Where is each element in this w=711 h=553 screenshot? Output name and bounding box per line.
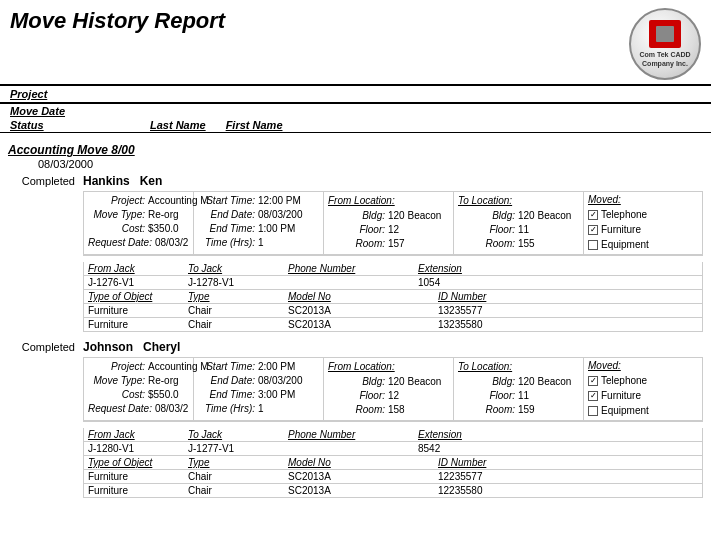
project-info-1: Project:Accounting M Move Type:Re-org Co… [84, 192, 194, 254]
object-row-1-1: Furniture Chair SC2013A 13235577 [83, 304, 703, 318]
logo-text: Com Tek CADD Company Inc. [639, 20, 690, 68]
firstname-1: Ken [140, 174, 163, 188]
move-entry-2: Completed Johnson Cheryl Project:Account… [8, 340, 703, 498]
jack-values-2: J-1280-V1 J-1277-V1 8542 [83, 442, 703, 456]
object-row-2-2: Furniture Chair SC2013A 12235580 [83, 484, 703, 498]
moved-section-1: Moved: ✓ Telephone ✓ Furniture Equipment [584, 192, 702, 254]
col-status: Status [10, 119, 70, 131]
time-info-1: Start Time:12:00 PM End Date:08/03/200 E… [194, 192, 324, 254]
logo-line2: Company Inc. [639, 59, 690, 68]
column-headers: Project [0, 86, 711, 104]
objects-header-1: Type of Object Type Model No ID Number [83, 290, 703, 304]
col-project: Project [10, 88, 60, 100]
checkbox-equipment-1[interactable] [588, 240, 598, 250]
logo-disk-inner [656, 26, 674, 42]
detail-box-1: Project:Accounting M Move Type:Re-org Co… [83, 191, 703, 256]
project-info-2: Project:Accounting M Move Type:Re-org Co… [84, 358, 194, 420]
jack-header-1: From Jack To Jack Phone Number Extension [83, 262, 703, 276]
move-entry-1: Completed Hankins Ken Project:Accounting… [8, 174, 703, 332]
content-area: Accounting Move 8/00 08/03/2000 Complete… [0, 133, 711, 510]
checkbox-equipment-2[interactable] [588, 406, 598, 416]
checkbox-telephone-2[interactable]: ✓ [588, 376, 598, 386]
moved-section-2: Moved: ✓ Telephone ✓ Furniture Equipment [584, 358, 702, 420]
to-loc-1: To Location: Bldg:120 Beacon Floor:11 Ro… [454, 192, 584, 254]
section-title: Accounting Move 8/00 [8, 143, 703, 157]
detail-box-2: Project:Accounting M Move Type:Re-org Co… [83, 357, 703, 422]
firstname-2: Cheryl [143, 340, 180, 354]
detail-top-2: Project:Accounting M Move Type:Re-org Co… [84, 358, 702, 421]
object-row-1-2: Furniture Chair SC2013A 13235580 [83, 318, 703, 332]
moved-telephone-2: ✓ Telephone [588, 373, 698, 388]
lastname-2: Johnson [83, 340, 133, 354]
time-info-2: Start Time:2:00 PM End Date:08/03/200 En… [194, 358, 324, 420]
col-firstname: First Name [226, 119, 283, 131]
status-1: Completed [8, 175, 83, 187]
from-loc-1: From Location: Bldg:120 Beacon Floor:12 … [324, 192, 454, 254]
checkbox-furniture-2[interactable]: ✓ [588, 391, 598, 401]
to-loc-2: To Location: Bldg:120 Beacon Floor:11 Ro… [454, 358, 584, 420]
jack-header-2: From Jack To Jack Phone Number Extension [83, 428, 703, 442]
checkbox-furniture-1[interactable]: ✓ [588, 225, 598, 235]
status-2: Completed [8, 341, 83, 353]
logo-line1: Com Tek CADD [639, 50, 690, 59]
report-title: Move History Report [10, 8, 225, 34]
header: Move History Report Com Tek CADD Company… [0, 0, 711, 86]
checkbox-telephone-1[interactable]: ✓ [588, 210, 598, 220]
company-logo: Com Tek CADD Company Inc. [629, 8, 701, 80]
moved-equipment-2: Equipment [588, 403, 698, 418]
moved-furniture-2: ✓ Furniture [588, 388, 698, 403]
moved-telephone-1: ✓ Telephone [588, 207, 698, 222]
col-move-date: Move Date [10, 105, 80, 117]
objects-header-2: Type of Object Type Model No ID Number [83, 456, 703, 470]
section-date: 08/03/2000 [8, 158, 703, 170]
jack-values-1: J-1276-V1 J-1278-V1 1054 [83, 276, 703, 290]
object-row-2-1: Furniture Chair SC2013A 12235577 [83, 470, 703, 484]
logo-disk [649, 20, 681, 48]
lastname-1: Hankins [83, 174, 130, 188]
moved-equipment-1: Equipment [588, 237, 698, 252]
from-loc-2: From Location: Bldg:120 Beacon Floor:12 … [324, 358, 454, 420]
moved-furniture-1: ✓ Furniture [588, 222, 698, 237]
detail-top-1: Project:Accounting M Move Type:Re-org Co… [84, 192, 702, 255]
col-lastname: Last Name [150, 119, 206, 131]
